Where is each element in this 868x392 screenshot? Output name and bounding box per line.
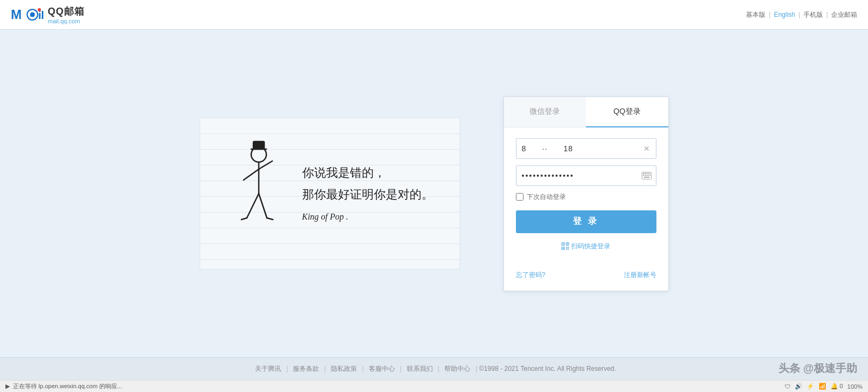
header-nav: 基本版 | English | 手机版 | 企业邮箱	[746, 10, 857, 20]
login-button[interactable]: 登 录	[516, 210, 656, 233]
password-input[interactable]	[516, 165, 656, 186]
svg-line-14	[241, 218, 247, 220]
basic-version-link[interactable]: 基本版	[746, 10, 765, 20]
wifi-icon: 📶	[819, 383, 826, 390]
mobile-link[interactable]: 手机版	[803, 10, 823, 20]
login-tabs: 微信登录 QQ登录	[504, 97, 668, 127]
header: M i l QQ邮箱 mail.qq.com 基本版 | English | 手…	[0, 0, 868, 30]
footer-privacy[interactable]: 隐私政策	[331, 365, 357, 372]
svg-rect-24	[649, 175, 650, 176]
sound-icon: 🔊	[795, 383, 802, 390]
svg-rect-20	[649, 173, 650, 174]
english-link[interactable]: English	[774, 11, 795, 18]
footer-terms[interactable]: 服务条款	[293, 365, 319, 372]
play-icon: ▶	[5, 383, 10, 390]
logo-icon: M i l	[11, 4, 43, 25]
svg-rect-18	[645, 173, 647, 174]
footer: 关于腾讯 | 服务条款 | 隐私政策 | 客服中心 | 联系我们 | 帮助中心 …	[0, 357, 868, 380]
sep2: |	[799, 11, 800, 18]
footer-support[interactable]: 客服中心	[369, 365, 395, 372]
svg-rect-22	[645, 175, 647, 176]
enterprise-link[interactable]: 企业邮箱	[831, 10, 857, 20]
svg-rect-21	[643, 175, 644, 176]
footer-help[interactable]: 帮助中心	[444, 365, 470, 372]
svg-point-5	[38, 8, 41, 11]
login-footer-links: 忘了密码? 注册新帐号	[504, 262, 668, 291]
clear-icon[interactable]: ✕	[641, 143, 652, 154]
svg-rect-27	[563, 243, 564, 245]
status-bar: ▶ 正在等待 lp.open.weixin.qq.com 的响应... 🛡 🔊 …	[0, 380, 868, 392]
svg-point-2	[30, 12, 35, 17]
qr-icon	[561, 242, 569, 250]
logo-domain-label: mail.qq.com	[48, 18, 85, 24]
svg-rect-25	[644, 177, 649, 178]
quote-text: 你说我是错的， 那你最好证明你是对的。 King of Pop .	[302, 162, 433, 225]
remember-label[interactable]: 下次自动登录	[527, 192, 566, 202]
shield-icon: 🛡	[784, 383, 790, 390]
quote-author: King of Pop .	[302, 209, 433, 225]
footer-about[interactable]: 关于腾讯	[255, 365, 281, 372]
svg-rect-8	[253, 142, 264, 149]
svg-line-10	[244, 169, 259, 180]
quote-line1: 你说我是错的，	[302, 162, 433, 184]
logo-text: QQ邮箱 mail.qq.com	[48, 5, 85, 24]
illustration-area: 你说我是错的， 那你最好证明你是对的。 King of Pop .	[200, 118, 460, 269]
username-wrapper: ✕	[516, 138, 656, 159]
forgot-password-link[interactable]: 忘了密码?	[516, 271, 546, 280]
register-link[interactable]: 注册新帐号	[624, 271, 656, 280]
quote-line2: 那你最好证明你是对的。	[302, 184, 433, 205]
login-panel: 微信登录 QQ登录 ✕	[503, 97, 669, 291]
status-left: ▶ 正在等待 lp.open.weixin.qq.com 的响应...	[5, 382, 122, 390]
svg-line-12	[247, 194, 259, 218]
loading-text: 正在等待 lp.open.weixin.qq.com 的响应...	[13, 382, 122, 390]
sep1: |	[769, 11, 770, 18]
footer-contact[interactable]: 联系我们	[407, 365, 433, 372]
svg-text:l: l	[41, 9, 44, 21]
stick-figure-icon	[226, 139, 291, 248]
svg-rect-33	[568, 247, 569, 248]
logo-qq-label: QQ邮箱	[48, 5, 85, 18]
svg-rect-23	[647, 175, 649, 176]
login-form: ✕	[504, 127, 668, 262]
username-input[interactable]	[516, 138, 656, 159]
svg-line-15	[267, 218, 273, 220]
password-wrapper	[516, 165, 656, 186]
svg-line-13	[259, 194, 267, 218]
logo-area: M i l QQ邮箱 mail.qq.com	[11, 4, 85, 25]
svg-rect-19	[647, 173, 649, 174]
notifications: 🔔 0	[831, 383, 843, 390]
svg-rect-29	[567, 243, 568, 245]
remember-checkbox[interactable]	[516, 193, 524, 201]
content-wrapper: 你说我是错的， 那你最好证明你是对的。 King of Pop . 微信登录 Q…	[136, 97, 732, 291]
svg-rect-17	[643, 173, 644, 174]
keyboard-icon[interactable]	[641, 170, 652, 181]
qr-login-link[interactable]: 扫码快捷登录	[516, 242, 656, 251]
power-icon: ⚡	[807, 383, 814, 390]
svg-rect-35	[568, 249, 569, 250]
svg-rect-31	[563, 248, 564, 249]
illustration-inner: 你说我是错的， 那你最好证明你是对的。 King of Pop .	[226, 139, 433, 248]
status-right: 🛡 🔊 ⚡ 📶 🔔 0 100%	[784, 383, 863, 390]
main-content: 你说我是错的， 那你最好证明你是对的。 King of Pop . 微信登录 Q…	[0, 30, 868, 357]
svg-text:M: M	[11, 7, 22, 22]
tab-wechat[interactable]: 微信登录	[504, 97, 586, 127]
footer-copyright: ©1998 - 2021 Tencent Inc. All Rights Res…	[479, 365, 616, 372]
sep3: |	[826, 11, 828, 18]
svg-rect-32	[566, 247, 567, 248]
tab-qq[interactable]: QQ登录	[586, 97, 668, 127]
remember-row: 下次自动登录	[516, 192, 656, 202]
zoom-level: 100%	[847, 383, 863, 390]
svg-rect-34	[566, 249, 567, 250]
